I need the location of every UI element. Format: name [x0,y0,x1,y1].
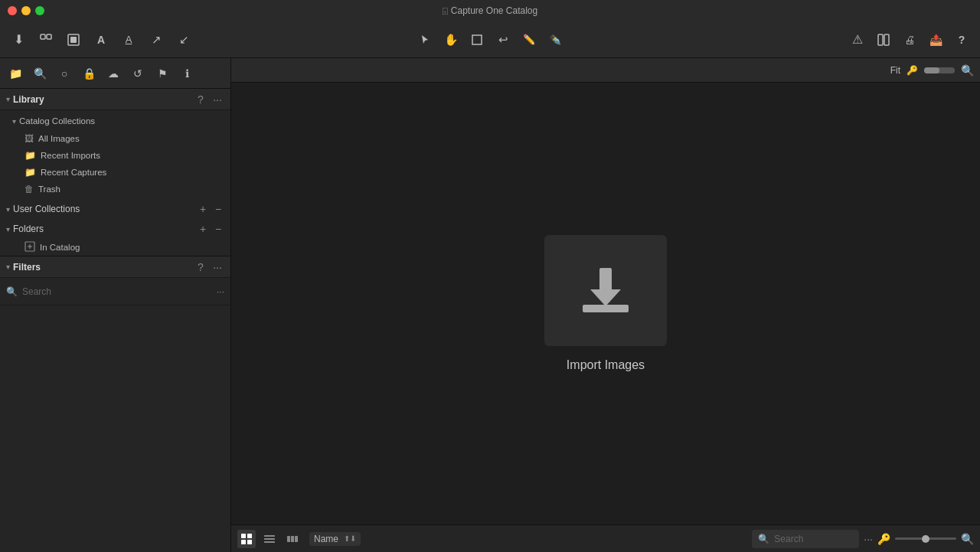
bottom-search-bar: 🔍 [752,530,859,548]
bottom-zoom-icon[interactable]: 🔍 [961,533,974,545]
filters-more-button[interactable]: ··· [211,260,224,274]
grid-view-button[interactable] [237,530,256,548]
center-tools: ✋ ↩ ✏️ ✒️ [413,28,567,52]
warning-button[interactable]: ⚠ [845,28,870,52]
zoom-slider[interactable] [895,537,956,540]
viewer-zoom-icon[interactable]: 🔍 [961,64,974,77]
recent-captures-label: Recent Captures [41,168,106,177]
filters-search-icon: 🔍 [6,286,18,297]
folders-remove-button[interactable]: − [212,223,224,235]
fit-label: Fit [890,65,900,76]
library-help-button[interactable]: ? [194,93,207,106]
trash-item[interactable]: 🗑 Trash [0,181,230,198]
svg-rect-16 [247,540,252,544]
svg-rect-3 [70,37,77,43]
svg-rect-19 [264,541,275,543]
recent-imports-item[interactable]: 📁 Recent Imports [0,147,230,164]
folders-row[interactable]: ▾ Folders + − [0,219,230,239]
filters-section: ▾ Filters ? ··· 🔍 ··· [0,256,230,305]
library-section: ▾ Library ? ··· ▾ Catalog Collections 🖼 … [0,89,230,256]
catalog-collections-label: Catalog Collections [19,116,95,126]
content-area: Fit 🔑 🔍 Import Images [231,58,980,552]
trash-label: Trash [38,185,60,194]
sidebar-tabs: 📁 🔍 ○ 🔒 ☁ ↺ ⚑ ℹ [0,58,230,89]
sidebar-tab-library[interactable]: 📁 [6,64,24,83]
bottom-search-icon: 🔍 [758,534,769,544]
full-screen-1-button[interactable] [34,28,58,52]
export-button[interactable]: 📤 [923,28,948,52]
filters-search-more[interactable]: ··· [217,286,224,297]
bottom-more-button[interactable]: ··· [864,533,873,545]
text-2-button[interactable]: A [116,28,141,52]
sort-select[interactable]: Name Date Rating Size [314,534,341,544]
import-icon-box[interactable] [544,235,667,346]
filters-section-header[interactable]: ▾ Filters ? ··· [0,256,230,278]
sidebar-tab-flag[interactable]: ⚑ [153,64,172,83]
svg-rect-20 [287,536,290,542]
filters-chevron: ▾ [6,263,10,271]
viewer: Import Images [231,83,980,524]
cursor-tool[interactable] [413,28,437,52]
all-images-item[interactable]: 🖼 All Images [0,130,230,147]
edit-tool-2[interactable]: ✒️ [543,28,567,52]
fit-slider[interactable] [924,67,955,73]
import-button[interactable]: ⬇ [6,28,31,52]
trash-icon: 🗑 [24,184,34,194]
user-collections-chevron: ▾ [6,205,10,214]
library-title: Library [13,94,194,105]
folders-add-button[interactable]: + [197,223,209,235]
sidebar-tab-refresh[interactable]: ↺ [129,64,147,83]
library-more-button[interactable]: ··· [211,93,224,106]
import-card[interactable]: Import Images [544,235,667,372]
edit-tool-1[interactable]: ✏️ [517,28,541,52]
pan-tool[interactable]: ✋ [439,28,463,52]
recent-captures-item[interactable]: 📁 Recent Captures [0,164,230,181]
help-button[interactable]: ? [949,28,974,52]
sidebar-tab-circle[interactable]: ○ [55,64,74,83]
compare-button[interactable] [871,28,896,52]
user-collections-remove-button[interactable]: − [212,203,224,215]
filters-title: Filters [13,262,194,273]
bottom-search-input[interactable] [774,534,851,544]
filters-search-bar: 🔍 ··· [0,278,230,305]
svg-rect-5 [878,34,883,45]
filters-help-button[interactable]: ? [194,260,207,274]
svg-rect-4 [472,35,482,44]
title-bar: ⌺ Capture One Catalog [0,0,980,21]
sidebar-tab-lock[interactable]: 🔒 [80,64,98,83]
bottom-key-icon: 🔑 [877,533,890,545]
rotate-tool[interactable]: ↩ [491,28,515,52]
sidebar-tab-search[interactable]: 🔍 [31,64,49,83]
in-catalog-label: In Catalog [40,243,80,252]
traffic-lights [8,6,44,15]
arrow-up-button[interactable]: ↗ [144,28,168,52]
library-section-header[interactable]: ▾ Library ? ··· [0,89,230,110]
svg-rect-11 [599,268,612,292]
text-1-button[interactable]: A [89,28,113,52]
filters-actions: ? ··· [194,260,224,274]
close-button[interactable] [8,6,17,15]
sort-chevron-icon: ⬆⬇ [344,534,356,543]
svg-rect-1 [47,34,51,39]
full-screen-2-button[interactable] [61,28,86,52]
print-button[interactable]: 🖨 [897,28,922,52]
maximize-button[interactable] [35,6,44,15]
catalog-collections-header[interactable]: ▾ Catalog Collections [0,112,230,130]
library-actions: ? ··· [194,93,224,106]
sort-select-wrapper[interactable]: Name Date Rating Size ⬆⬇ [309,532,361,546]
recent-imports-icon: 📁 [24,150,36,161]
crop-tool[interactable] [465,28,489,52]
user-collections-row[interactable]: ▾ User Collections + − [0,199,230,219]
strip-view-button[interactable] [283,530,302,548]
in-catalog-item[interactable]: In Catalog [0,239,230,256]
list-view-button[interactable] [260,530,279,548]
minimize-button[interactable] [21,6,31,15]
user-collections-add-button[interactable]: + [197,203,209,215]
user-collections-label: User Collections [13,204,197,214]
arrow-down-button[interactable]: ↙ [172,28,196,52]
svg-rect-18 [264,538,275,540]
main-toolbar: ⬇ A A ↗ ↙ ✋ ↩ ✏️ ✒️ ⚠ 🖨 📤 ? [0,21,980,58]
sidebar-tab-cloud[interactable]: ☁ [104,64,122,83]
filters-search-input[interactable] [22,286,212,297]
sidebar-tab-info[interactable]: ℹ [178,64,196,83]
